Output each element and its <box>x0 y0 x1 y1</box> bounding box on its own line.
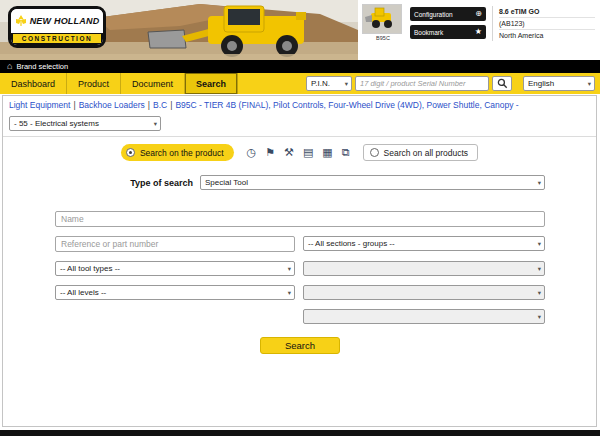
plus-circle-icon: ⊕ <box>475 10 482 18</box>
product-thumbnail[interactable] <box>362 4 402 34</box>
product-thumbnail-image <box>363 5 401 33</box>
serial-number-input[interactable] <box>355 76 489 91</box>
search-button[interactable]: Search <box>260 337 340 354</box>
configuration-button[interactable]: Configuration ⊕ <box>410 7 486 21</box>
search-tool-icons: ◷ ⚑ ⚒ ▤ ▦ ⧉ <box>247 147 350 158</box>
table-icon[interactable]: ▦ <box>322 147 332 158</box>
breadcrumb-link-model[interactable]: B95C - TIER 4B (FINAL), Pilot Controls, … <box>175 100 518 110</box>
page: NEW HOLLAND CONSTRUCTION B9 <box>0 0 600 436</box>
footer-bar <box>0 430 600 436</box>
subgroup-select-1[interactable]: ▾ <box>303 261 545 276</box>
levels-select[interactable]: -- All levels -- ▾ <box>55 285 295 300</box>
search-on-product-radio[interactable] <box>126 148 135 157</box>
logo-bottom: CONSTRUCTION <box>11 33 103 45</box>
sections-groups-select[interactable]: -- All sections - groups -- ▾ <box>303 236 545 251</box>
chevron-down-icon: ▾ <box>154 120 157 128</box>
breadcrumb-separator: | <box>73 100 75 110</box>
app-region: North America <box>499 30 595 41</box>
extra-row: ▾ <box>55 309 545 324</box>
section-select-value: - 55 - Electrical systems <box>14 119 99 128</box>
document-icon[interactable]: ▤ <box>303 147 313 158</box>
product-thumbnail-caption: B95C <box>362 35 404 41</box>
breadcrumb-separator: | <box>148 100 150 110</box>
chevron-down-icon: ▾ <box>538 240 541 248</box>
breadcrumb-link-category[interactable]: Light Equipment <box>9 100 70 110</box>
type-of-search-select[interactable]: Special Tool ▾ <box>200 175 545 190</box>
tab-document[interactable]: Document <box>121 73 185 94</box>
reference-sections-row: -- All sections - groups -- ▾ <box>55 236 545 252</box>
type-of-search-row: Type of search Special Tool ▾ <box>55 175 545 190</box>
pin-select-value: P.I.N. <box>311 79 330 88</box>
chevron-down-icon: ▾ <box>288 289 291 297</box>
app-version: 8.6 eTIM GO <box>499 6 595 18</box>
sections-groups-value: -- All sections - groups -- <box>308 239 395 248</box>
tab-dashboard[interactable]: Dashboard <box>0 73 67 94</box>
search-on-all-label: Search on all products <box>384 148 469 158</box>
search-icon <box>497 78 508 89</box>
flag-icon[interactable]: ⚑ <box>265 147 275 158</box>
chevron-down-icon: ▾ <box>345 80 348 88</box>
logo-subtitle: CONSTRUCTION <box>13 34 101 43</box>
spacer <box>55 309 295 324</box>
configuration-button-label: Configuration <box>414 11 453 18</box>
chevron-down-icon: ▾ <box>538 265 541 273</box>
tool-types-value: -- All tool types -- <box>60 264 120 273</box>
levels-value: -- All levels -- <box>60 288 106 297</box>
bookmark-button-label: Bookmark <box>414 29 443 36</box>
brand-selection-bar[interactable]: ⌂ Brand selection <box>0 60 600 73</box>
tab-product[interactable]: Product <box>67 73 121 94</box>
pin-select[interactable]: P.I.N. ▾ <box>306 76 352 91</box>
logo-top: NEW HOLLAND <box>11 9 103 33</box>
search-scope-toolbar: Search on the product ◷ ⚑ ⚒ ▤ ▦ ⧉ Search… <box>3 144 596 161</box>
language-select-value: English <box>528 79 554 88</box>
tools-icon[interactable]: ⚒ <box>284 147 294 158</box>
copy-icon[interactable]: ⧉ <box>342 147 350 158</box>
content-panel: Light Equipment|Backhoe Loaders|B.C|B95C… <box>2 95 597 427</box>
breadcrumb-separator: | <box>170 100 172 110</box>
search-on-all-option[interactable]: Search on all products <box>363 144 479 161</box>
tab-search[interactable]: Search <box>185 73 238 94</box>
newholland-leaf-icon <box>15 15 27 27</box>
search-on-product-label: Search on the product <box>140 148 224 158</box>
header: NEW HOLLAND CONSTRUCTION B9 <box>0 0 600 60</box>
main-nav: Dashboard Product Document Search P.I.N.… <box>0 73 600 94</box>
name-row <box>55 208 545 227</box>
levels-row: -- All levels -- ▾ ▾ <box>55 285 545 300</box>
breadcrumb-link-series[interactable]: B.C <box>153 100 167 110</box>
star-icon: ★ <box>475 28 482 36</box>
chevron-down-icon: ▾ <box>538 289 541 297</box>
tooltypes-row: -- All tool types -- ▾ ▾ <box>55 261 545 276</box>
nav-controls: P.I.N. ▾ English ▾ <box>306 73 600 94</box>
history-icon[interactable]: ◷ <box>247 147 257 158</box>
breadcrumb-link-family[interactable]: Backhoe Loaders <box>79 100 145 110</box>
search-on-all-radio[interactable] <box>370 148 379 157</box>
subgroup-select-3[interactable]: ▾ <box>303 309 545 324</box>
name-input[interactable] <box>55 211 545 227</box>
section-select[interactable]: - 55 - Electrical systems ▾ <box>9 116 161 131</box>
chevron-down-icon: ▾ <box>538 313 541 321</box>
serial-search-button[interactable] <box>492 76 512 91</box>
tool-types-select[interactable]: -- All tool types -- ▾ <box>55 261 295 276</box>
chevron-down-icon: ▾ <box>588 80 591 88</box>
app-code: (AB123) <box>499 18 595 30</box>
home-icon: ⌂ <box>7 62 12 71</box>
breadcrumb-area: Light Equipment|Backhoe Loaders|B.C|B95C… <box>3 96 596 137</box>
breadcrumb: Light Equipment|Backhoe Loaders|B.C|B95C… <box>9 100 590 111</box>
product-thumbnail-wrap: B95C <box>362 4 404 41</box>
logo-title: NEW HOLLAND <box>30 16 100 26</box>
type-of-search-label: Type of search <box>55 178 200 188</box>
newholland-logo: NEW HOLLAND CONSTRUCTION <box>8 6 106 48</box>
bookmark-button[interactable]: Bookmark ★ <box>410 25 486 39</box>
app-info: 8.6 eTIM GO (AB123) North America <box>492 6 595 41</box>
type-of-search-value: Special Tool <box>205 178 248 187</box>
chevron-down-icon: ▾ <box>288 265 291 273</box>
reference-input[interactable] <box>55 236 295 252</box>
language-select[interactable]: English ▾ <box>523 76 595 91</box>
header-right: B95C Configuration ⊕ Bookmark ★ 8.6 eTIM… <box>358 0 600 60</box>
search-form: Type of search Special Tool ▾ -- All sec… <box>55 175 545 354</box>
chevron-down-icon: ▾ <box>538 179 541 187</box>
subgroup-select-2[interactable]: ▾ <box>303 285 545 300</box>
header-buttons: Configuration ⊕ Bookmark ★ <box>410 7 486 39</box>
search-on-product-option[interactable]: Search on the product <box>121 144 234 161</box>
brand-selection-label: Brand selection <box>16 62 68 71</box>
